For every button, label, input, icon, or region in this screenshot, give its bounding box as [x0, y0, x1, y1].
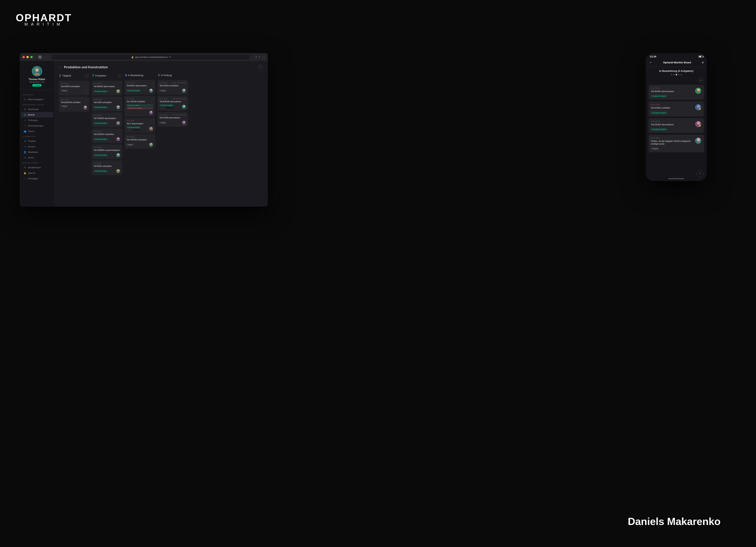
mobile-cards: 31.07.2023 Teil B5462 abschrauben Produk…	[646, 85, 707, 173]
kanban-card[interactable]: 31.07.2023 Teil B453454 schleifen Tätigk…	[59, 97, 89, 112]
card-title: Teil A345 schweißen	[94, 101, 120, 104]
help-icon[interactable]: ?	[255, 56, 257, 59]
mobile-card[interactable]: 14.07.2023 Teil D5452 demontieren Produk…	[649, 118, 704, 133]
card-meta-tag: gedruckt	[159, 107, 173, 109]
svg-point-16	[150, 89, 152, 91]
mobile-card-date: 14.07.2023	[651, 120, 693, 122]
card-title: Teil A4534 schweißen	[61, 85, 87, 88]
card-avatar	[149, 127, 153, 131]
mobile-dots	[649, 74, 704, 75]
kanban-card[interactable]: 31.07.2023 Teil B5462 abschrauben Produk…	[92, 81, 122, 95]
kanban-card[interactable]: 31.07.2023 Teil X45345 schleifen Produkt…	[125, 96, 155, 117]
kanban-card[interactable]: 31.07.2023 Teil B342 abschrauben Produkt…	[125, 80, 155, 95]
mobile-card[interactable]: 04.07.2023 Teil E3462 schleifen Produkti…	[649, 101, 704, 116]
card-title: Teil D56565 zusammenbauen	[94, 149, 120, 152]
nav-back-btn[interactable]: ‹	[43, 56, 44, 59]
window-close-btn[interactable]	[22, 56, 25, 58]
svg-point-15	[117, 172, 120, 173]
card-date: 31.07.2023	[94, 115, 120, 116]
sidebar-item-teams[interactable]: 👥 Teams	[21, 129, 53, 134]
sidebar-item-archiv[interactable]: 🗃 Archiv	[21, 155, 53, 160]
sidebar-label-archiv: Archiv	[28, 157, 34, 159]
teams-icon: 👥	[24, 130, 26, 133]
mobile-dot-2	[673, 74, 675, 75]
card-avatar	[116, 121, 120, 125]
kanban-column-tatigkeit: 2 Tätigkeit + 31.07.2023 Teil A4534 schw…	[59, 72, 89, 204]
help-button[interactable]: ?	[258, 65, 263, 70]
kanban-card[interactable]: 31.07.2023 Prüfer: Andreas Maser Teil E4…	[157, 80, 188, 95]
mobile-card-content: 04.07.2023 Teil E3462 schleifen Produkti…	[651, 104, 693, 114]
mobile-card[interactable]: 15.07.2024 Prüfen, ob die Aufgabe X3432 …	[649, 135, 704, 153]
mobile-dot-4	[678, 74, 679, 75]
kanban-card[interactable]: 31.07.2023 Teil B342 schweißen Produktio…	[92, 160, 122, 175]
kanban-card[interactable]: 31.07.2023 Teil X45345 schweißen Tätigke…	[125, 134, 155, 149]
sidebar-item-ruckmeldungen[interactable]: ≡ Rückmeldungen	[21, 123, 53, 129]
card-footer: Produktion Aufgabe	[127, 88, 153, 93]
card-tag: Produktion Aufgabe	[127, 90, 141, 92]
mobile-back-btn[interactable]: ←	[649, 60, 652, 65]
mobile-window: 13:34 ← Ophardt-Maritim Board ≡ In Bearb…	[646, 53, 707, 181]
mobile-help-section: ?	[697, 170, 704, 177]
sidebar-item-boards[interactable]: ⊟ Boards	[21, 112, 53, 118]
sidebar-item-kontext[interactable]: ✦ Kontext	[21, 144, 53, 149]
share-icon[interactable]: ⬚	[262, 56, 265, 59]
svg-point-29	[183, 124, 186, 125]
column-cards-tatigkeit: 31.07.2023 Teil A4534 schweißen Tätigkei…	[59, 81, 89, 204]
card-footer: Tätigkeit	[127, 143, 153, 147]
sidebar-item-prufungen[interactable]: ≡ Prüfungen	[21, 118, 53, 123]
kanban-card[interactable]: 31.07.2023 Teil X56465 abschrauben Produ…	[92, 113, 122, 127]
window-minimize-btn[interactable]	[26, 56, 29, 58]
svg-point-7	[117, 108, 120, 109]
card-avatar	[182, 105, 186, 109]
grid-view-icon[interactable]	[39, 56, 41, 58]
sidebar-item-dashboard[interactable]: ⊞ Dashboard	[21, 107, 53, 112]
add-card-tatigkeit[interactable]: +	[85, 74, 89, 78]
sidebar-item-mitarbeiter[interactable]: 👤 Mitarbeiter	[21, 149, 53, 155]
mobile-add-card-btn[interactable]: +	[698, 78, 704, 83]
kanban-card[interactable]: 31.07.2023 Teil N54542 schweißen Produkt…	[92, 129, 122, 143]
mobile-menu-btn[interactable]: ≡	[702, 61, 704, 64]
url-bar[interactable]: 🔒 app.zerodark.com/boards/board-a ↺	[52, 55, 250, 59]
mobile-card[interactable]: 31.07.2023 Teil B5462 abschrauben Produk…	[649, 85, 704, 100]
svg-point-10	[117, 138, 119, 140]
card-tag: Produktion Aufgabe	[127, 126, 141, 129]
sidebar-item-projekte[interactable]: ⊞ Projekte	[21, 138, 53, 144]
in-house-badge: In House	[32, 84, 42, 87]
nav-forward-btn[interactable]: ›	[45, 56, 46, 59]
card-date: 31.07.2023	[127, 98, 153, 100]
sidebar-item-meine-aufgaben[interactable]: ☑ Meine Aufgaben	[21, 97, 53, 102]
kontext-icon: ✦	[24, 145, 26, 148]
sidebar-item-ausloggen[interactable]: ⬚ Ausloggen	[21, 176, 53, 181]
card-avatar	[116, 137, 120, 141]
kanban-card[interactable]: 31.07.2023 Teil D56565 zusammenbauen Pro…	[92, 145, 122, 159]
sidebar-label-kontext: Kontext	[28, 145, 35, 148]
page-back-btn[interactable]: ←	[59, 66, 62, 69]
kanban-card[interactable]: 31.07.2023 Prüfer: Johannes Nahn Teil B4…	[157, 96, 188, 111]
url-text: app.zerodark.com/boards/board-a	[135, 56, 168, 58]
add-tab-icon[interactable]: +	[259, 56, 260, 59]
mobile-battery	[699, 56, 703, 58]
mobile-help-btn[interactable]: ?	[697, 170, 704, 177]
card-title: Teil B342 schweißen	[94, 165, 120, 168]
card-tag: Produktion Aufgabe	[94, 154, 108, 156]
kanban-card[interactable]: 31.07.2023 Prüfer: Johannes Nahn Teil X5…	[157, 112, 188, 127]
add-card-produktion[interactable]: +	[118, 74, 122, 78]
check-icon: ☑	[24, 98, 26, 101]
sidebar-item-sperren[interactable]: 🔒 Sperren	[21, 170, 53, 176]
mobile-card-content: 15.07.2024 Prüfen, ob die Aufgabe X3432 …	[651, 137, 693, 150]
sidebar-item-einstellungen[interactable]: ⚙ Einstellungen	[21, 165, 53, 170]
prufungen-icon: ≡	[24, 119, 26, 122]
svg-point-22	[150, 143, 152, 145]
window-maximize-btn[interactable]	[30, 56, 33, 58]
card-avatar	[116, 105, 120, 109]
card-tag: Tätigkeit	[159, 90, 167, 92]
kanban-card[interactable]: 31.07.2023 Teil A345 schweißen Produktio…	[92, 97, 122, 111]
svg-point-24	[183, 89, 185, 91]
mobile-dot-1	[671, 74, 672, 75]
reload-icon[interactable]: ↺	[169, 56, 171, 58]
kanban-card[interactable]: 31.07.2023 Teil A4534 schweißen Tätigkei…	[59, 81, 89, 95]
card-footer: Produktion Aufgabe	[94, 121, 120, 125]
svg-point-27	[183, 108, 186, 109]
ausloggen-icon: ⬚	[24, 177, 26, 180]
kanban-card[interactable]: 31.07.2023 Teil X abschrauben Produktion…	[125, 118, 155, 133]
